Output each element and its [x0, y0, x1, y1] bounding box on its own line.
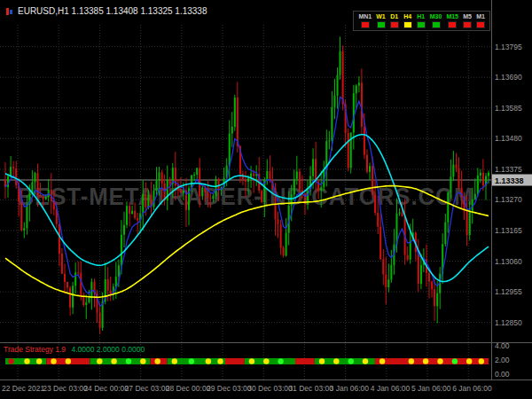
signal-dot: [394, 358, 399, 364]
signal-dot: [479, 358, 484, 364]
candle-body: [283, 247, 285, 255]
signal-dot: [97, 358, 102, 364]
candle-body: [145, 194, 146, 207]
price-scale[interactable]: 1.137951.136901.135851.134801.133751.132…: [492, 43, 532, 327]
candle-body: [379, 227, 381, 260]
candle-body: [315, 159, 317, 181]
candle-body: [366, 155, 368, 172]
candle-body: [374, 195, 376, 213]
candle-body: [447, 192, 449, 222]
price-tick: 1.13795: [495, 43, 522, 51]
tf-item-M15[interactable]: M15: [446, 13, 458, 28]
tf-item-M5[interactable]: M5: [463, 13, 472, 28]
chart-symbol-icon: [5, 7, 13, 16]
tf-item-M1[interactable]: M1: [476, 13, 485, 28]
signal-dot: [66, 358, 71, 364]
tf-item-H4[interactable]: H4: [403, 13, 412, 28]
signal-dot: [263, 358, 269, 364]
ohlc-header: EURUSD,H1 1.13385 1.13408 1.13325 1.1333…: [5, 6, 207, 16]
candle-body: [229, 134, 231, 166]
candle-body: [26, 205, 27, 229]
candle-body: [72, 286, 74, 308]
tf-status-square: [417, 21, 426, 28]
candle-body: [348, 133, 349, 168]
tf-item-D1[interactable]: D1: [390, 13, 399, 28]
tf-status-square: [390, 21, 399, 28]
price-tick: 1.13480: [495, 134, 522, 143]
price-tick: 1.13690: [495, 73, 522, 82]
signal-dot: [206, 358, 211, 364]
tf-item-H1[interactable]: H1: [417, 13, 426, 28]
candle-body: [69, 288, 71, 308]
candle-body: [115, 277, 117, 286]
price-tick: 1.12955: [495, 287, 522, 296]
candle-body: [118, 265, 120, 277]
candle-body: [361, 83, 363, 128]
signal-dot: [363, 358, 368, 364]
tf-label: W1: [376, 13, 386, 20]
candle-body: [234, 98, 236, 127]
tf-status-square: [463, 21, 472, 28]
candle-body: [450, 176, 451, 192]
candle-body: [337, 75, 339, 96]
candle-body: [340, 51, 341, 75]
candle-body: [123, 225, 125, 235]
time-label: 31 Dec 03:00: [288, 384, 333, 393]
time-label: 23 Dec 03:00: [43, 384, 88, 393]
signal-dot: [230, 358, 235, 364]
candle-body: [291, 194, 293, 205]
candle-body: [245, 180, 246, 182]
candle-body: [331, 107, 332, 140]
time-label: 5 Jan 06:00: [411, 384, 451, 393]
candle-body: [20, 201, 22, 231]
candle-body: [196, 168, 198, 175]
candle-body: [161, 172, 163, 184]
signal-dot: [379, 358, 385, 364]
tf-status-square: [476, 21, 485, 28]
tf-label: H4: [403, 13, 411, 20]
time-label: 4 Jan 06:00: [371, 384, 411, 393]
candle-body: [390, 265, 392, 279]
candle-body: [474, 194, 476, 200]
tf-item-MN1[interactable]: MN1: [358, 13, 372, 28]
candle-body: [402, 213, 403, 217]
tf-label: M5: [463, 13, 472, 20]
candle-body: [80, 273, 82, 295]
candle-body: [180, 189, 182, 192]
candle-body: [444, 223, 446, 245]
candle-body: [420, 265, 422, 284]
candle-body: [147, 195, 149, 207]
candle-body: [156, 181, 158, 191]
signal-dot: [217, 358, 223, 364]
candle-body: [169, 180, 171, 184]
candle-body: [99, 313, 101, 328]
tf-status-square: [403, 21, 412, 28]
candle-body: [458, 168, 460, 188]
candle-body: [480, 173, 481, 176]
candle-body: [377, 213, 379, 227]
candle-body: [382, 259, 384, 274]
candle-body: [469, 211, 471, 235]
price-chart-canvas[interactable]: BEST-METATRADER-INDICATORS.COM 1.137951.…: [0, 0, 532, 399]
candle-body: [369, 166, 371, 172]
tf-label: D1: [390, 13, 398, 20]
candle-body: [10, 167, 12, 176]
signal-dot: [452, 358, 458, 364]
candle-body: [299, 171, 301, 190]
candle-body: [407, 255, 409, 260]
tf-item-M30[interactable]: M30: [430, 13, 442, 28]
signal-dot: [155, 358, 160, 364]
candle-body: [372, 166, 373, 195]
candle-body: [286, 233, 287, 256]
candle-body: [261, 191, 262, 202]
candle-body: [121, 235, 122, 265]
candle-body: [353, 93, 355, 132]
candle-body: [137, 218, 138, 221]
signal-dot: [111, 358, 116, 364]
time-axis[interactable]: 22 Dec 202123 Dec 03:0024 Dec 00:0027 De…: [2, 384, 492, 393]
candle-body: [35, 173, 36, 182]
time-label: 30 Dec 03:00: [247, 384, 293, 393]
candle-body: [253, 174, 254, 176]
candle-body: [59, 224, 60, 254]
tf-item-W1[interactable]: W1: [376, 13, 386, 28]
